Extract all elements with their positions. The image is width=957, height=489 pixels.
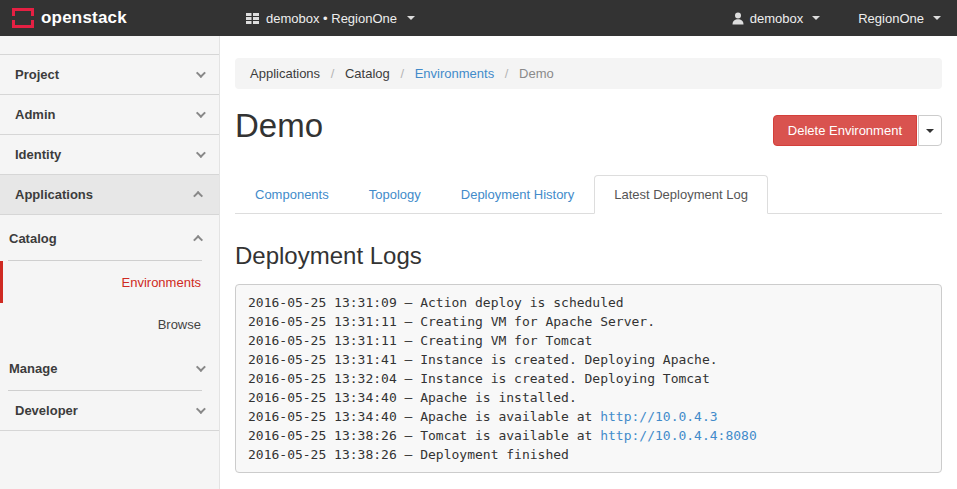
caret-down-icon [933, 16, 941, 20]
tab-latest-deployment-log[interactable]: Latest Deployment Log [594, 175, 768, 214]
log-line: 2016-05-25 13:32:04 — Instance is create… [248, 369, 929, 388]
log-text: 2016-05-25 13:31:11 — Creating VM for Ap… [248, 314, 655, 329]
breadcrumb-separator: / [505, 66, 509, 81]
tab-topology[interactable]: Topology [349, 175, 441, 214]
user-menu[interactable]: demobox [732, 11, 820, 26]
log-text: 2016-05-25 13:38:26 — Deployment finishe… [248, 447, 569, 462]
sidebar-item-label: Project [15, 67, 59, 82]
sidebar-item-label: Manage [9, 361, 57, 376]
log-line: 2016-05-25 13:34:40 — Apache is availabl… [248, 407, 929, 426]
sidebar-item-label: Developer [15, 403, 78, 418]
delete-environment-button-group: Delete Environment [773, 115, 942, 146]
sidebar-item-label: Identity [15, 147, 61, 162]
chevron-down-icon [196, 108, 206, 118]
sidebar-item-label: Applications [15, 187, 93, 202]
log-text: 2016-05-25 13:31:11 — Creating VM for To… [248, 333, 592, 348]
caret-down-icon [926, 129, 934, 133]
page-header: Demo Delete Environment [235, 108, 942, 146]
log-line: 2016-05-25 13:31:11 — Creating VM for Ap… [248, 312, 929, 331]
log-link[interactable]: http://10.0.4.4:8080 [600, 428, 757, 443]
delete-environment-button[interactable]: Delete Environment [773, 115, 917, 146]
user-icon [732, 12, 744, 25]
breadcrumb-separator: / [400, 66, 404, 81]
log-text: 2016-05-25 13:32:04 — Instance is create… [248, 371, 710, 386]
log-text: 2016-05-25 13:31:09 — Action deploy is s… [248, 295, 624, 310]
log-line: 2016-05-25 13:31:09 — Action deploy is s… [248, 293, 929, 312]
navbar-right: demobox RegionOne [732, 11, 957, 26]
caret-down-icon [812, 16, 820, 20]
sidebar-item-project[interactable]: Project [0, 55, 219, 95]
chevron-down-icon [196, 362, 206, 372]
chevron-up-icon [193, 234, 203, 244]
openstack-logo-icon [12, 8, 34, 28]
log-line: 2016-05-25 13:31:41 — Instance is create… [248, 350, 929, 369]
sidebar-item-environments[interactable]: Environments [0, 261, 219, 303]
sidebar-item-label: Browse [158, 317, 201, 332]
brand-label: openstack [41, 8, 127, 28]
sidebar-item-browse[interactable]: Browse [0, 303, 219, 345]
chevron-up-icon [193, 191, 203, 201]
tab-components[interactable]: Components [235, 175, 349, 214]
sidebar-item-manage[interactable]: Manage [0, 345, 219, 391]
log-line: 2016-05-25 13:38:26 — Deployment finishe… [248, 445, 929, 464]
user-menu-label: demobox [750, 11, 803, 26]
chevron-down-icon [196, 404, 206, 414]
log-text: 2016-05-25 13:34:40 — Apache is installe… [248, 390, 577, 405]
log-line: 2016-05-25 13:38:26 — Tomcat is availabl… [248, 426, 929, 445]
sidebar-item-admin[interactable]: Admin [0, 95, 219, 135]
region-menu[interactable]: RegionOne [858, 11, 941, 26]
sidebar-item-label: Environments [122, 275, 201, 290]
openstack-dashboard: openstack demobox • RegionOne [0, 0, 957, 489]
tab-bar: Components Topology Deployment History L… [235, 175, 942, 214]
breadcrumb-link-environments[interactable]: Environments [415, 66, 494, 81]
breadcrumb-item-demo: Demo [519, 66, 554, 81]
deployment-logs-heading: Deployment Logs [235, 242, 942, 270]
log-link[interactable]: http://10.0.4.3 [600, 409, 717, 424]
region-menu-label: RegionOne [858, 11, 924, 26]
sidebar-item-applications[interactable]: Applications [0, 175, 219, 215]
breadcrumb: Applications / Catalog / Environments / … [235, 58, 942, 89]
log-line: 2016-05-25 13:31:11 — Creating VM for To… [248, 331, 929, 350]
breadcrumb-item-catalog: Catalog [345, 66, 390, 81]
sidebar-item-developer[interactable]: Developer [0, 391, 219, 431]
delete-dropdown-toggle[interactable] [918, 115, 942, 146]
context-label: demobox • RegionOne [266, 11, 397, 26]
sidebar-item-identity[interactable]: Identity [0, 135, 219, 175]
chevron-down-icon [196, 148, 206, 158]
breadcrumb-separator: / [331, 66, 335, 81]
sidebar-top-strip [0, 36, 219, 55]
top-navbar: openstack demobox • RegionOne [0, 0, 957, 36]
log-line: 2016-05-25 13:34:40 — Apache is installe… [248, 388, 929, 407]
log-text: 2016-05-25 13:31:41 — Instance is create… [248, 352, 718, 367]
main-content: Applications / Catalog / Environments / … [220, 36, 957, 489]
sidebar-item-label: Admin [15, 107, 55, 122]
deployment-log-output: 2016-05-25 13:31:09 — Action deploy is s… [235, 284, 942, 473]
chevron-down-icon [196, 68, 206, 78]
openstack-brand[interactable]: openstack [0, 8, 230, 28]
caret-down-icon [407, 16, 415, 20]
tab-deployment-history[interactable]: Deployment History [441, 175, 594, 214]
page-title: Demo [235, 108, 323, 144]
log-text: 2016-05-25 13:38:26 — Tomcat is availabl… [248, 428, 600, 443]
sidebar-item-label: Catalog [9, 231, 57, 246]
grid-icon [246, 13, 259, 24]
sidebar: Project Admin Identity Applications Cata… [0, 36, 220, 489]
breadcrumb-item-applications: Applications [250, 66, 320, 81]
sidebar-item-catalog[interactable]: Catalog [0, 215, 219, 261]
log-text: 2016-05-25 13:34:40 — Apache is availabl… [248, 409, 600, 424]
project-region-switcher[interactable]: demobox • RegionOne [230, 11, 415, 26]
